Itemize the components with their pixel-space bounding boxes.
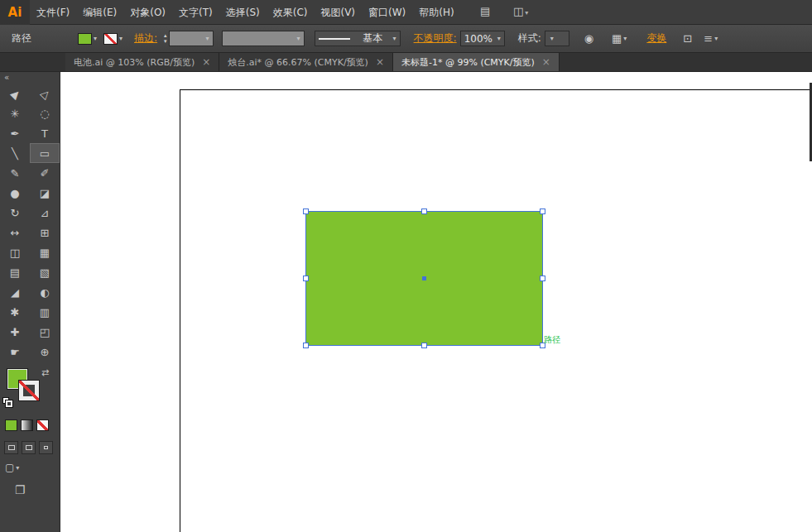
- draw-normal-button[interactable]: [4, 441, 18, 454]
- selected-rectangle[interactable]: [306, 212, 542, 345]
- eyedropper-tool-icon: ◢: [11, 286, 19, 299]
- document-icon[interactable]: ▤: [480, 5, 490, 17]
- paintbrush-tool[interactable]: ✎: [0, 163, 30, 183]
- close-icon[interactable]: ×: [542, 56, 550, 68]
- eraser-tool[interactable]: ◪: [30, 183, 60, 203]
- menu-item-view[interactable]: 视图(V): [314, 0, 362, 25]
- gradient-tool[interactable]: ▧: [30, 262, 60, 282]
- options-chevron-down-icon: ▾: [714, 35, 718, 42]
- free-transform-tool-icon: ⊞: [41, 227, 50, 239]
- menu-item-object[interactable]: 对象(O): [123, 0, 172, 25]
- symbol-sprayer-tool[interactable]: ✱: [0, 302, 30, 322]
- pen-tool[interactable]: ✒: [0, 123, 30, 143]
- handle-bottom-left[interactable]: [303, 343, 309, 348]
- chevron-down-icon: ▾: [525, 9, 528, 17]
- hand-tool[interactable]: ☛: [0, 342, 30, 362]
- eyedropper-tool[interactable]: ◢: [0, 282, 30, 302]
- menu-item-file[interactable]: 文件(F): [30, 0, 76, 25]
- default-fill-stroke-button[interactable]: [2, 397, 12, 407]
- screen-mode-chevron-icon: ▾: [16, 464, 19, 472]
- recolor-artwork-button[interactable]: ◉: [584, 32, 593, 45]
- opacity-chevron-down-icon: ▾: [497, 35, 501, 42]
- stroke-panel-link[interactable]: 描边:: [134, 31, 157, 46]
- panels-button[interactable]: ❐: [15, 483, 26, 496]
- pencil-tool[interactable]: ✐: [30, 163, 60, 183]
- stroke-weight-select[interactable]: ▾: [169, 31, 214, 46]
- screen-mode-button[interactable]: ▢ ▾: [5, 462, 19, 473]
- stroke-chevron-down-icon[interactable]: ▾: [119, 35, 123, 42]
- stepper-down-icon[interactable]: ▾: [164, 39, 167, 45]
- arrange-documents-button[interactable]: ◫▾: [513, 5, 528, 17]
- stroke-color-proxy[interactable]: [18, 380, 40, 401]
- none-button[interactable]: [36, 419, 49, 431]
- variable-width-profile-select[interactable]: ▾: [222, 31, 305, 46]
- context-label: 路径: [12, 31, 31, 46]
- opacity-select[interactable]: 100% ▾: [460, 31, 505, 46]
- close-icon[interactable]: ×: [376, 56, 384, 68]
- perspective-grid-tool[interactable]: ▦: [30, 242, 60, 262]
- column-graph-tool[interactable]: ▥: [30, 302, 60, 322]
- menu-item-type[interactable]: 文字(T): [172, 0, 219, 25]
- rectangle-tool[interactable]: ▭: [30, 143, 60, 163]
- selection-tool[interactable]: ▶: [0, 84, 30, 103]
- swap-fill-stroke-icon[interactable]: ⇄: [41, 367, 49, 378]
- handle-top[interactable]: [421, 208, 427, 214]
- shape-builder-tool[interactable]: ◫: [0, 242, 30, 262]
- color-button[interactable]: [5, 419, 17, 431]
- options-button[interactable]: ≡▾: [704, 32, 718, 45]
- width-tool[interactable]: ↔: [0, 223, 30, 242]
- isolate-button[interactable]: ⊡: [683, 32, 692, 45]
- lasso-tool[interactable]: ◌: [30, 103, 60, 123]
- blend-tool-icon: ◐: [40, 286, 49, 299]
- gradient-button[interactable]: [21, 419, 33, 431]
- type-tool[interactable]: T: [30, 123, 60, 143]
- tab-battery[interactable]: 电池.ai @ 103% (RGB/预览) ×: [65, 53, 219, 71]
- draw-mode-row: [4, 441, 53, 454]
- scale-tool[interactable]: ⊿: [30, 203, 60, 223]
- handle-right[interactable]: [540, 276, 545, 281]
- canvas[interactable]: 路径: [61, 72, 812, 532]
- magic-wand-tool[interactable]: ✳: [0, 103, 30, 123]
- draw-behind-button[interactable]: [22, 441, 36, 454]
- menu-item-select[interactable]: 选择(S): [219, 0, 267, 25]
- tab-candlestick[interactable]: 烛台.ai* @ 66.67% (CMYK/预览) ×: [219, 53, 393, 71]
- panel-collapse-button[interactable]: «: [0, 72, 60, 84]
- style-select[interactable]: ▾: [545, 31, 569, 46]
- menu-item-effect[interactable]: 效果(C): [267, 0, 315, 25]
- tab-untitled[interactable]: 未标题-1* @ 99% (CMYK/预览) ×: [393, 53, 560, 71]
- fill-chevron-down-icon[interactable]: ▾: [94, 35, 97, 42]
- menu-bar: Ai 文件(F) 编辑(E) 对象(O) 文字(T) 选择(S) 效果(C) 视…: [0, 0, 812, 25]
- stroke-color-swatch[interactable]: [103, 33, 118, 45]
- recolor-artwork-icon: ◉: [584, 32, 593, 45]
- menu-item-help[interactable]: 帮助(H): [412, 0, 460, 25]
- artboard-tool-icon: ✚: [11, 326, 20, 338]
- menu-item-window[interactable]: 窗口(W): [362, 0, 412, 25]
- rotate-tool[interactable]: ↻: [0, 203, 30, 223]
- blob-brush-tool[interactable]: ●: [0, 183, 30, 203]
- draw-inside-button[interactable]: [39, 441, 53, 454]
- handle-left[interactable]: [303, 276, 309, 281]
- align-icon: ▦: [612, 32, 622, 45]
- handle-top-right[interactable]: [540, 208, 545, 214]
- mesh-tool-icon: ▤: [10, 266, 20, 279]
- direct-selection-tool[interactable]: ▷: [30, 84, 60, 103]
- slice-tool[interactable]: ◰: [30, 322, 60, 342]
- align-button[interactable]: ▦▾: [612, 32, 627, 45]
- mesh-tool[interactable]: ▤: [0, 262, 30, 282]
- menu-item-edit[interactable]: 编辑(E): [76, 0, 123, 25]
- free-transform-tool[interactable]: ⊞: [30, 223, 60, 242]
- transform-panel-link[interactable]: 变换: [646, 31, 666, 46]
- line-segment-tool[interactable]: ╲: [0, 143, 30, 163]
- opacity-panel-link[interactable]: 不透明度:: [414, 31, 457, 46]
- brush-definition-select[interactable]: 基本 ▾: [315, 31, 401, 46]
- zoom-tool[interactable]: ⊕: [30, 342, 60, 362]
- arrange-documents-icon: ◫: [513, 5, 523, 17]
- artboard-tool[interactable]: ✚: [0, 322, 30, 342]
- handle-top-left[interactable]: [303, 208, 309, 214]
- close-icon[interactable]: ×: [202, 56, 210, 68]
- center-point[interactable]: [422, 276, 426, 280]
- blend-tool[interactable]: ◐: [30, 282, 60, 302]
- handle-bottom[interactable]: [421, 343, 427, 348]
- stroke-weight-stepper[interactable]: ▴ ▾: [164, 33, 167, 45]
- fill-color-swatch[interactable]: [78, 33, 92, 45]
